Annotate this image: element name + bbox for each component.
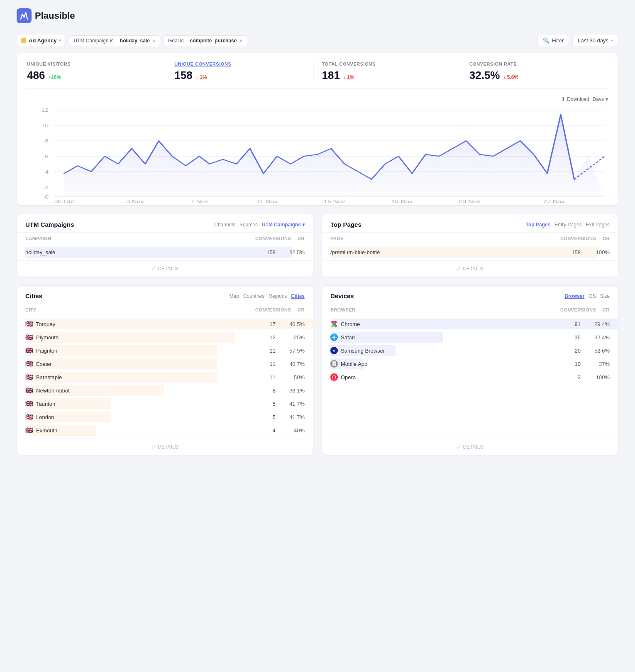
tab-channels[interactable]: Channels (214, 222, 235, 228)
mobile-icon (330, 360, 338, 368)
devices-details-label: DETAILS (463, 444, 483, 450)
filter-search-icon: 🔍 (543, 37, 550, 44)
tab-utm-campaigns-dropdown[interactable]: UTM Campaigns ▾ (262, 222, 305, 228)
city-cr: 40% (284, 427, 305, 434)
top-pages-panel-footer: ⤢ DETAILS (322, 260, 618, 277)
utm-table-header: Campaign Conversions CR (17, 233, 313, 244)
top-pages-row-conversions: 158 (564, 249, 581, 255)
browser-conversions: 91 (564, 321, 581, 327)
filter-chip-utm-value: holiday_sale (120, 38, 150, 44)
tab-cities-active[interactable]: Cities (291, 293, 305, 299)
city-name: Exeter (36, 361, 52, 367)
top-pages-panel: Top Pages Top Pages Entry Pages Exit Pag… (322, 214, 618, 277)
cities-col-city: City (25, 307, 37, 312)
city-cr: 40.7% (284, 361, 305, 367)
download-button[interactable]: ⬇ Download (561, 96, 589, 102)
tab-map[interactable]: Map (230, 293, 239, 299)
stat-conversion-rate-value: 32.5% ↓ 5.6% (469, 69, 600, 82)
cities-panel: Cities Map Countries Regions Cities City… (17, 285, 313, 455)
city-stats: 11 57.9% (259, 348, 305, 354)
utm-details-button[interactable]: ⤢ DETAILS (22, 266, 308, 272)
city-stats: 12 25% (259, 334, 305, 341)
tab-sources[interactable]: Sources (239, 222, 258, 228)
stat-unique-conversions: UNIQUE CONVERSIONS 158 ↓ 1% (174, 61, 313, 82)
browser-name: Chrome (341, 321, 360, 327)
opera-icon (330, 373, 338, 381)
stat-total-conversions-change: ↓ 1% (343, 74, 354, 80)
devices-header: Devices Browser OS Size (322, 286, 618, 304)
tab-os[interactable]: OS (589, 293, 596, 299)
stat-unique-visitors-change: +16% (48, 74, 61, 80)
svg-point-31 (334, 337, 335, 338)
utm-campaigns-header: UTM Campaigns Channels Sources UTM Campa… (17, 214, 313, 233)
filters-bar: Ad Agency ▾ UTM Campaign is holiday_sale… (17, 35, 618, 46)
table-row: 🇬🇧 Paignton 11 57.9% (17, 344, 313, 357)
days-selector[interactable]: Days ▾ (593, 96, 608, 102)
cities-details-label: DETAILS (158, 444, 178, 450)
city-left: 🇬🇧 Exmouth (25, 427, 57, 434)
utm-row-name: holiday_sale (25, 249, 55, 255)
cities-details-button[interactable]: ⤢ DETAILS (22, 444, 308, 450)
logo[interactable]: Plausible (17, 8, 75, 23)
devices-table-body: Chrome 91 29.4% Safari 35 32.4% S Samsun… (322, 316, 618, 439)
top-pages-col-page: Page (330, 236, 344, 241)
expand-icon: ⤢ (457, 444, 461, 450)
tab-browser-active[interactable]: Browser (564, 293, 584, 299)
stat-unique-visitors: UNIQUE VISITORS 486 +16% (27, 61, 166, 82)
date-picker[interactable]: Last 30 days ▾ (572, 35, 618, 46)
flag-icon: 🇬🇧 (25, 400, 33, 407)
tab-countries[interactable]: Countries (243, 293, 264, 299)
chart-toolbar: ⬇ Download Days ▾ (27, 93, 608, 105)
stat-conversion-rate: CONVERSION RATE 32.5% ↓ 5.6% (469, 61, 608, 82)
city-stats: 11 40.7% (259, 361, 305, 367)
utm-dropdown-chevron: ▾ (302, 222, 305, 228)
flag-icon: 🇬🇧 (25, 360, 33, 368)
city-cr: 57.9% (284, 348, 305, 354)
svg-rect-0 (17, 8, 32, 23)
expand-icon: ⤢ (151, 444, 156, 450)
browser-stats: 91 29.4% (564, 321, 610, 327)
table-row: Safari 35 32.4% (322, 331, 618, 344)
city-stats: 5 41.7% (259, 414, 305, 420)
city-conversions: 5 (259, 414, 276, 420)
browser-name: Safari (341, 334, 355, 341)
browser-stats: 10 37% (564, 361, 610, 367)
filter-chip-goal-value: complete_purchase (190, 38, 237, 44)
site-selector[interactable]: Ad Agency ▾ (17, 35, 66, 46)
city-name: Newton Abbot (36, 388, 70, 394)
stat-unique-conversions-label[interactable]: UNIQUE CONVERSIONS (174, 61, 305, 66)
city-cr: 41.7% (284, 414, 305, 420)
city-conversions: 11 (259, 361, 276, 367)
top-pages-table-header: Page Conversions CR (322, 233, 618, 244)
filter-button[interactable]: 🔍 Filter (537, 35, 569, 46)
utm-campaigns-title: UTM Campaigns (25, 221, 74, 228)
logo-text: Plausible (35, 10, 75, 21)
stat-total-conversions: TOTAL CONVERSIONS 181 ↓ 1% (322, 61, 461, 82)
tab-entry-pages[interactable]: Entry Pages (554, 222, 581, 228)
city-name: Barnstaple (36, 374, 62, 380)
devices-details-button[interactable]: ⤢ DETAILS (327, 444, 613, 450)
cities-tabs: Map Countries Regions Cities (230, 293, 305, 299)
table-row: Mobile App 10 37% (322, 357, 618, 370)
tab-top-pages-active[interactable]: Top Pages (525, 222, 550, 228)
top-pages-col-conversions: Conversions (560, 236, 596, 241)
top-pages-header: Top Pages Top Pages Entry Pages Exit Pag… (322, 214, 618, 233)
browser-cr: 100% (589, 374, 610, 380)
devices-title: Devices (330, 292, 354, 299)
utm-toppages-grid: UTM Campaigns Channels Sources UTM Campa… (17, 214, 618, 277)
tab-size[interactable]: Size (600, 293, 610, 299)
tab-exit-pages[interactable]: Exit Pages (586, 222, 610, 228)
city-cr: 41.7% (284, 401, 305, 407)
city-left: 🇬🇧 Torquay (25, 320, 55, 328)
svg-point-36 (330, 373, 338, 381)
filter-button-label: Filter (552, 37, 564, 44)
filter-chip-utm-remove[interactable]: × (152, 38, 156, 44)
filter-chip-goal-remove[interactable]: × (239, 38, 242, 44)
top-pages-details-button[interactable]: ⤢ DETAILS (327, 266, 613, 272)
svg-text:12: 12 (41, 108, 49, 113)
svg-text:S: S (333, 349, 335, 353)
table-row: 🇬🇧 Exmouth 4 40% (17, 424, 313, 437)
tab-regions[interactable]: Regions (269, 293, 287, 299)
browser-cr: 37% (589, 361, 610, 367)
city-conversions: 4 (259, 427, 276, 434)
